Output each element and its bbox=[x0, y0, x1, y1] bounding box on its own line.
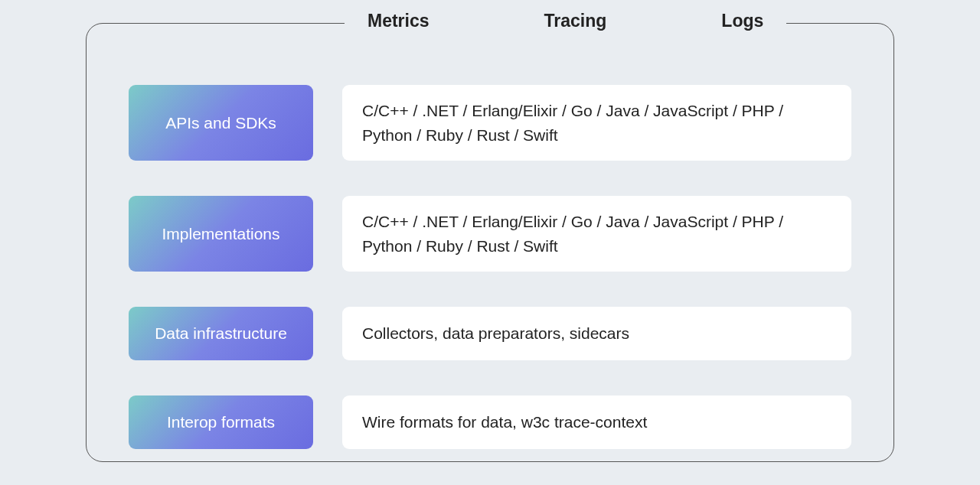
diagram-container: APIs and SDKs C/C++ / .NET / Erlang/Elix… bbox=[86, 23, 894, 462]
header-metrics: Metrics bbox=[368, 11, 430, 31]
header-tracing: Tracing bbox=[544, 11, 607, 31]
label-data-infrastructure: Data infrastructure bbox=[129, 307, 313, 360]
label-implementations: Implementations bbox=[129, 196, 313, 272]
row-data-infrastructure: Data infrastructure Collectors, data pre… bbox=[129, 307, 851, 360]
label-interop-formats: Interop formats bbox=[129, 395, 313, 449]
header-tabs: Metrics Tracing Logs bbox=[345, 11, 786, 31]
header-logs: Logs bbox=[721, 11, 763, 31]
row-interop-formats: Interop formats Wire formats for data, w… bbox=[129, 395, 851, 449]
content-interop-formats: Wire formats for data, w3c trace-context bbox=[342, 395, 851, 449]
content-data-infrastructure: Collectors, data preparators, sidecars bbox=[342, 307, 851, 360]
row-implementations: Implementations C/C++ / .NET / Erlang/El… bbox=[129, 196, 851, 272]
label-apis-sdks: APIs and SDKs bbox=[129, 85, 313, 161]
content-apis-sdks: C/C++ / .NET / Erlang/Elixir / Go / Java… bbox=[342, 85, 851, 161]
row-apis-sdks: APIs and SDKs C/C++ / .NET / Erlang/Elix… bbox=[129, 85, 851, 161]
content-implementations: C/C++ / .NET / Erlang/Elixir / Go / Java… bbox=[342, 196, 851, 272]
